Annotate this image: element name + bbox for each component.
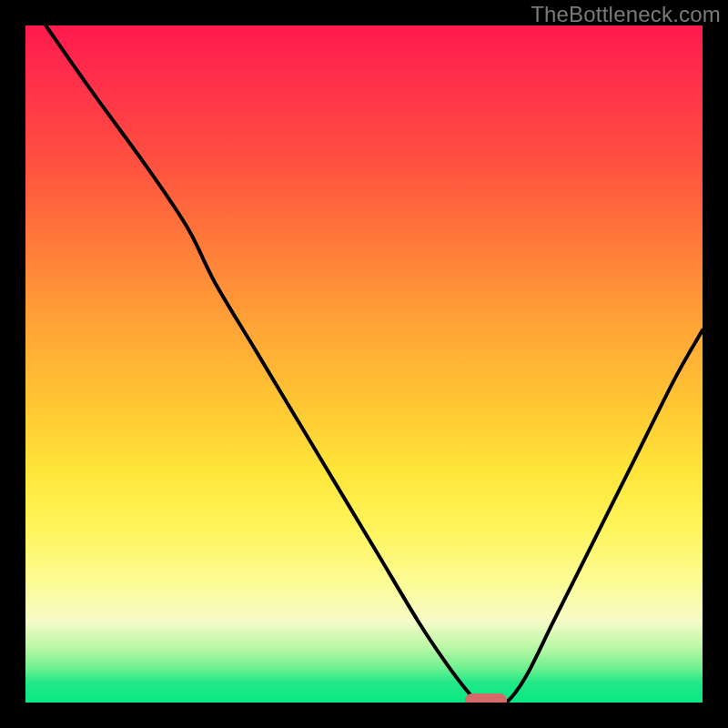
plot-area xyxy=(25,25,703,703)
bottleneck-curve-path xyxy=(46,25,703,703)
curve-svg xyxy=(25,25,703,703)
watermark-text: TheBottleneck.com xyxy=(531,2,721,27)
optimal-marker xyxy=(465,693,507,703)
chart-frame: TheBottleneck.com xyxy=(0,0,728,728)
